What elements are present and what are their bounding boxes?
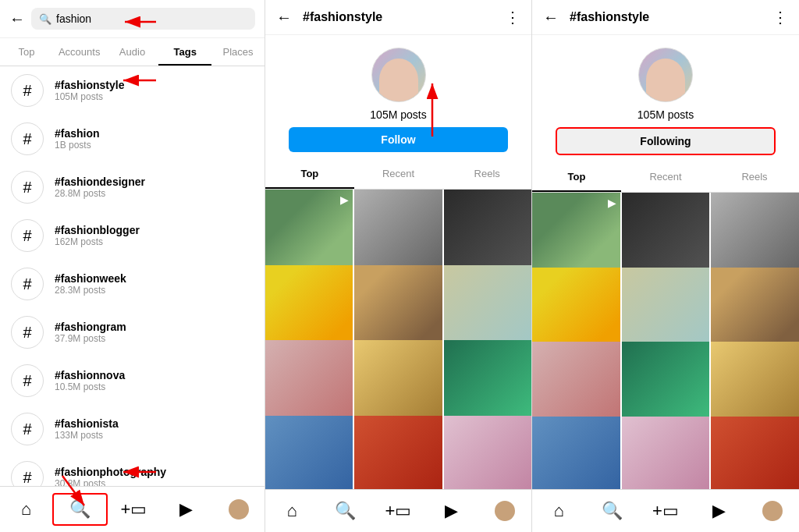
hashtag-icon: #	[11, 413, 44, 445]
home-icon: ⌂	[21, 499, 31, 520]
tag-name: #fashion	[55, 127, 100, 140]
tag-posts: 162M posts	[55, 236, 140, 247]
left-panel: ← 🔍 Top Accounts Audio Tags Places # #fa…	[0, 0, 265, 532]
right-more-button[interactable]: ⋮	[772, 8, 788, 27]
list-item[interactable]: # #fashionnova 10.5M posts	[0, 356, 265, 405]
hashtag-icon: #	[11, 171, 44, 204]
right-tab-recent[interactable]: Recent	[621, 163, 710, 192]
tag-name: #fashiongram	[55, 321, 126, 333]
photo-cell[interactable]	[354, 416, 442, 490]
photo-cell[interactable]	[444, 190, 531, 277]
right-tab-top[interactable]: Top	[532, 163, 621, 192]
photo-cell[interactable]	[444, 265, 531, 353]
right-nav-search[interactable]: 🔍	[585, 496, 638, 526]
tag-posts: 133M posts	[55, 430, 119, 441]
tag-name: #fashionnova	[55, 369, 125, 381]
photo-cell[interactable]	[622, 417, 710, 490]
photo-cell[interactable]	[444, 416, 531, 490]
tab-accounts[interactable]: Accounts	[53, 38, 106, 66]
nav-profile[interactable]	[212, 493, 265, 526]
list-item[interactable]: # #fashion 1B posts	[0, 115, 265, 163]
tab-places[interactable]: Places	[211, 38, 265, 66]
mid-posts-count: 105M posts	[370, 108, 426, 121]
following-button[interactable]: Following	[556, 127, 776, 155]
mid-tab-top[interactable]: Top	[265, 160, 354, 189]
mid-nav-profile[interactable]	[478, 496, 531, 526]
photo-cell[interactable]	[711, 417, 799, 490]
mid-nav-add[interactable]: +▭	[371, 496, 424, 526]
nav-reels[interactable]: ▶	[160, 493, 212, 526]
photo-cell[interactable]	[265, 416, 353, 490]
search-input[interactable]	[56, 12, 247, 25]
tag-name: #fashionphotography	[55, 466, 166, 478]
list-item[interactable]: # #fashionista 133M posts	[0, 405, 265, 453]
mid-nav-home[interactable]: ⌂	[265, 496, 318, 526]
nav-add[interactable]: +▭	[108, 493, 160, 526]
tag-posts: 28.3M posts	[55, 285, 126, 296]
back-button[interactable]: ←	[9, 10, 25, 28]
photo-cell[interactable]	[265, 265, 353, 353]
right-nav-reels[interactable]: ▶	[692, 496, 745, 526]
add-icon: +▭	[385, 501, 412, 521]
search-icon: 🔍	[39, 13, 51, 25]
list-item[interactable]: # #fashiongram 37.9M posts	[0, 308, 265, 356]
nav-tabs: Top Accounts Audio Tags Places	[0, 38, 265, 66]
tag-name: #fashionweek	[55, 272, 126, 285]
hashtag-icon: #	[11, 268, 44, 300]
right-posts-count: 105M posts	[637, 108, 694, 121]
home-icon: ⌂	[554, 501, 564, 521]
tag-list: # #fashionstyle 105M posts # #fashion 1B…	[0, 66, 265, 486]
tag-posts: 37.9M posts	[55, 333, 126, 344]
search-nav-icon: 🔍	[69, 499, 91, 520]
add-icon: +▭	[121, 499, 147, 520]
right-nav-home[interactable]: ⌂	[532, 496, 585, 526]
nav-home[interactable]: ⌂	[0, 493, 52, 526]
photo-cell[interactable]	[444, 340, 531, 427]
hashtag-icon: #	[11, 74, 44, 107]
right-nav-profile[interactable]	[746, 496, 799, 526]
list-item[interactable]: # #fashiondesigner 28.8M posts	[0, 163, 265, 211]
right-back-button[interactable]: ←	[543, 9, 559, 27]
list-item[interactable]: # #fashionphotography 30.8M posts	[0, 453, 265, 486]
bottom-nav: ⌂ 🔍 +▭ ▶	[0, 486, 265, 532]
search-input-wrap[interactable]: 🔍	[31, 8, 255, 30]
hashtag-icon: #	[11, 219, 44, 252]
mid-nav-reels[interactable]: ▶	[425, 496, 478, 526]
hashtag-icon: #	[11, 364, 44, 397]
nav-search[interactable]: 🔍	[52, 493, 108, 526]
tab-audio[interactable]: Audio	[106, 38, 159, 66]
photo-cell[interactable]	[354, 265, 442, 353]
mid-more-button[interactable]: ⋮	[505, 8, 520, 27]
tab-tags[interactable]: Tags	[158, 38, 211, 66]
list-item[interactable]: # #fashionstyle 105M posts	[0, 66, 265, 115]
tab-top[interactable]: Top	[0, 38, 53, 66]
right-tab-reels[interactable]: Reels	[710, 163, 799, 192]
right-header: ← #fashionstyle ⋮	[532, 0, 799, 35]
photo-cell[interactable]: ▶	[265, 190, 353, 277]
list-item[interactable]: # #fashionblogger 162M posts	[0, 211, 265, 260]
right-panel: ← #fashionstyle ⋮ 105M posts Following T…	[532, 0, 799, 532]
right-nav-add[interactable]: +▭	[639, 496, 692, 526]
right-content-tabs: Top Recent Reels	[532, 163, 799, 193]
mid-bottom-nav: ⌂ 🔍 +▭ ▶	[265, 489, 531, 532]
search-nav-icon: 🔍	[335, 501, 356, 521]
list-item[interactable]: # #fashionweek 28.3M posts	[0, 260, 265, 308]
mid-nav-search[interactable]: 🔍	[318, 496, 371, 526]
photo-cell[interactable]	[354, 190, 442, 277]
photo-cell[interactable]	[354, 340, 442, 427]
hashtag-icon: #	[11, 316, 44, 349]
avatar	[495, 501, 515, 521]
reels-icon: ▶	[445, 501, 458, 521]
photo-cell[interactable]	[265, 340, 353, 427]
mid-title: #fashionstyle	[303, 10, 494, 24]
follow-button[interactable]: Follow	[289, 127, 509, 152]
photo-cell[interactable]	[532, 417, 620, 490]
mid-avatar	[371, 48, 426, 102]
tag-name: #fashiondesigner	[55, 176, 145, 188]
mid-tab-reels[interactable]: Reels	[442, 160, 531, 189]
mid-profile-area: 105M posts Follow	[265, 35, 531, 160]
mid-tab-recent[interactable]: Recent	[354, 160, 443, 189]
hashtag-icon: #	[11, 461, 44, 486]
right-title: #fashionstyle	[570, 10, 762, 24]
mid-back-button[interactable]: ←	[276, 9, 292, 27]
